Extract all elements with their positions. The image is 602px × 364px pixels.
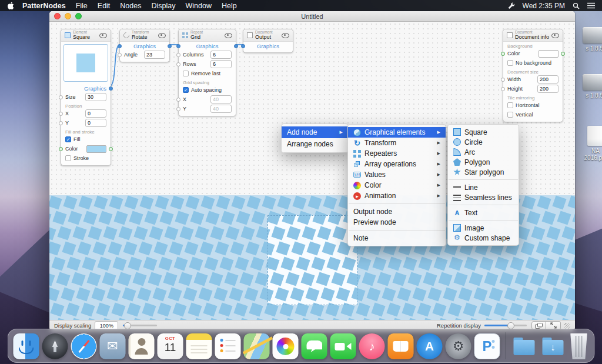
spacing-x-input-port[interactable] [176,98,180,102]
eye-icon[interactable] [282,33,289,38]
graphics-output-port[interactable] [234,44,238,48]
fill-checkbox[interactable]: ✓ [65,136,71,142]
remove-last-checkbox[interactable] [183,71,189,76]
dock-launchpad-icon[interactable] [42,333,68,359]
size-input[interactable] [85,93,106,101]
menu-item-seamless-lines[interactable]: Seamless lines [448,192,519,202]
desktop-icon-na-2016-pdf[interactable]: NA 2016.pdf [578,126,602,161]
dock-downloads-icon[interactable]: ↓ [540,333,566,359]
dock-itunes-icon[interactable]: ♪ [359,333,385,359]
menu-item-graphical-elements[interactable]: Graphical elements▶ [348,127,446,138]
node-header[interactable]: Transform Rotate [120,29,169,42]
eye-icon[interactable] [158,33,166,38]
menu-item-star-polygon[interactable]: Star polygon [448,167,519,177]
y-input-port[interactable] [59,121,63,125]
angle-input-port[interactable] [118,53,122,57]
dock-notes-icon[interactable] [186,333,212,359]
window-titlebar[interactable]: Untitled [49,11,575,22]
menu-item-array-operations[interactable]: Array operations▶ [348,159,446,169]
height-input[interactable] [537,85,558,93]
menu-item-output-node[interactable]: Output node [348,206,446,217]
menubar-item-file[interactable]: File [76,2,88,10]
dock-messages-icon[interactable] [302,333,327,359]
background-color-swatch[interactable] [539,50,558,58]
height-input-port[interactable] [501,87,505,91]
slider-knob[interactable] [124,322,131,329]
dock-trash-icon[interactable] [569,333,589,359]
close-button[interactable] [54,13,61,19]
color-input-port[interactable] [59,147,63,151]
dock-reminders-icon[interactable] [215,333,241,359]
apple-menu-icon[interactable] [7,2,14,10]
desktop-icon-s-1-8-5[interactable]: s 1.8.5 [577,74,602,99]
minimize-button[interactable] [65,13,71,19]
menu-item-animation[interactable]: ▶Animation▶ [348,191,446,201]
width-input[interactable] [537,75,558,84]
node-output[interactable]: Document Output Graphics [243,29,293,53]
menu-item-color[interactable]: Color▶ [348,180,446,191]
size-input-port[interactable] [59,95,63,99]
horizontal-checkbox[interactable] [507,102,513,108]
menu-item-line[interactable]: Line [448,182,519,192]
dock-photos-icon[interactable] [273,333,299,359]
node-header[interactable]: Repeat Grid [179,29,236,42]
dock-mail-icon[interactable]: ✉ [100,333,126,359]
repetition-display-slider[interactable] [484,325,527,326]
rows-input-port[interactable] [176,62,180,66]
width-input-port[interactable] [501,78,505,82]
auto-spacing-checkbox[interactable]: ✓ [183,87,189,93]
menu-item-square[interactable]: Square [448,127,519,137]
angle-input[interactable] [144,51,165,59]
menu-item-arrange-nodes[interactable]: Arrange nodes [282,138,348,150]
menu-item-image[interactable]: Image [448,223,519,233]
background-color-output-port[interactable] [561,52,565,56]
eye-icon[interactable] [225,33,232,38]
menubar-item-help[interactable]: Help [222,2,237,10]
slider-knob[interactable] [507,322,514,329]
menubar-clock[interactable]: Wed 2:35 PM [523,2,565,10]
menu-item-note[interactable]: Note [348,233,446,243]
dock-system-preferences-icon[interactable]: ⚙ [446,333,471,359]
app-menu[interactable]: PatterNodes [22,2,66,10]
rows-input[interactable] [210,60,232,68]
node-document-info[interactable]: Document Document info Background Color … [503,29,563,122]
menu-item-repeaters[interactable]: Repeaters▶ [348,148,446,159]
dock-facetime-icon[interactable] [330,333,356,359]
node-grid[interactable]: Repeat Grid Graphics Columns [178,29,236,116]
dock-app-store-icon[interactable]: A [417,333,443,359]
spacing-y-input[interactable] [210,105,232,113]
graphics-output-port[interactable] [168,44,172,48]
eye-icon[interactable] [99,33,107,38]
node-rotate[interactable]: Transform Rotate Graphics Angle [119,29,170,62]
dock-maps-icon[interactable] [244,333,270,359]
display-scaling-slider[interactable] [123,325,157,326]
desktop-icon-s-1-8-5[interactable]: s 1.8.5 [577,27,602,52]
menubar-item-display[interactable]: Display [151,2,175,10]
menu-item-preview-node[interactable]: Preview node [348,217,446,228]
resize-grip[interactable] [564,323,570,329]
menu-item-add-node[interactable]: Add node▶ [282,126,348,138]
menubar-item-window[interactable]: Window [185,2,211,10]
menu-item-arc[interactable]: Arc [448,147,519,157]
node-header[interactable]: Element Square [61,29,111,42]
node-header[interactable]: Document Output [243,29,293,42]
columns-input[interactable] [210,51,232,59]
menubar-status-icon[interactable] [507,2,515,9]
menu-item-polygon[interactable]: Polygon [448,157,519,167]
spacing-x-input[interactable] [210,95,232,103]
graphics-input-port[interactable] [176,44,180,48]
zoom-button[interactable] [75,13,82,19]
x-input-port[interactable] [59,112,63,116]
menu-item-transform[interactable]: ↻Transform▶ [348,138,446,148]
node-square[interactable]: Element Square Graphics Size Position [61,29,111,166]
spotlight-search-icon[interactable] [573,2,580,9]
menubar-item-nodes[interactable]: Nodes [120,2,141,10]
graphics-output-port[interactable] [109,86,113,91]
y-input[interactable] [85,119,106,127]
fill-color-swatch[interactable] [86,145,106,153]
dock-calendar-icon[interactable]: OCT11 [158,333,183,359]
menubar-item-edit[interactable]: Edit [98,2,111,10]
vertical-checkbox[interactable] [507,112,513,118]
color-output-port[interactable] [109,147,113,151]
background-color-input-port[interactable] [501,52,505,56]
